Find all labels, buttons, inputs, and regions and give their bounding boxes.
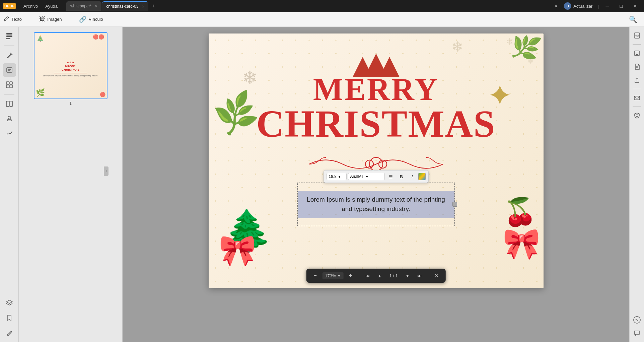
sidebar-annotate-btn[interactable]: [3, 49, 16, 62]
tab-whitepaper-close[interactable]: ✕: [95, 4, 97, 8]
right-sidebar: [629, 27, 644, 342]
zoom-in-button[interactable]: +: [345, 271, 355, 281]
sidebar-divider-2: [4, 94, 14, 94]
go-last-page-button[interactable]: ⏭: [415, 271, 425, 281]
align-button[interactable]: ☰: [386, 172, 396, 181]
chevron-down-icon: ▾: [555, 4, 557, 9]
save-image-button[interactable]: [631, 47, 643, 59]
imagen-tool[interactable]: 🖼 Imagen: [36, 14, 65, 25]
vinculo-icon: 🔗: [79, 16, 86, 23]
search-button[interactable]: 🔍: [629, 15, 637, 23]
tab-christmas-close[interactable]: ✕: [142, 5, 144, 8]
font-size-dropdown-icon[interactable]: ▼: [338, 175, 341, 179]
color-picker-button[interactable]: [418, 173, 426, 180]
minimize-button[interactable]: ─: [602, 0, 613, 12]
comments-button[interactable]: [631, 327, 643, 339]
bow-decoration-right: 🎀: [503, 226, 540, 261]
close-toolbar-button[interactable]: ✕: [432, 271, 442, 281]
sidebar-divider-1: [4, 46, 14, 46]
go-next-page-button[interactable]: ▼: [403, 271, 413, 281]
sidebar-bookmark-btn[interactable]: [3, 311, 16, 325]
page-number-display: 1 / 1: [386, 273, 400, 278]
ocr-button[interactable]: [631, 29, 643, 42]
right-divider-3: [633, 107, 641, 107]
ai-assistant-button[interactable]: [631, 314, 643, 326]
go-first-page-button[interactable]: ⏮: [362, 271, 372, 281]
text-box-content: Lorem Ipsum is simply dummy text of the …: [298, 191, 454, 218]
bottom-page-toolbar: − 173% ▼ + ⏮ ▲ 1 / 1 ▼ ⏭ ✕: [306, 269, 445, 283]
bold-button[interactable]: B: [397, 172, 406, 181]
font-size-select[interactable]: 18.8 ▼: [327, 173, 347, 180]
left-sidebar: [0, 27, 19, 342]
thumbnail-panel: 🎄 🔴🔴 ⛰⛰⛰ MERRY CHRISTMAS Lorem ipsum is …: [19, 27, 123, 342]
tab-add-button[interactable]: +: [149, 2, 157, 10]
svg-point-26: [636, 115, 638, 117]
font-name-select[interactable]: ArialMT ▼: [348, 173, 385, 180]
right-divider-1: [633, 44, 641, 45]
thumb-christmas: CHRISTMAS: [43, 68, 98, 72]
sidebar-organize-btn[interactable]: [3, 78, 16, 91]
sidebar-attachment-btn[interactable]: [3, 326, 16, 339]
zoom-display[interactable]: 173% ▼: [322, 272, 343, 279]
tabs-area: whitepaper* ✕ christmas-card-03 ✕ + ▾: [66, 1, 560, 11]
italic-button[interactable]: I: [408, 172, 417, 181]
svg-rect-4: [7, 68, 12, 72]
texto-tool[interactable]: 🖊 Texto: [0, 14, 25, 25]
titlebar: UPDF Archivo Ayuda whitepaper* ✕ christm…: [0, 0, 644, 12]
right-divider-2: [633, 89, 641, 89]
bow-decoration-left: 🎀: [219, 233, 256, 268]
svg-rect-14: [7, 120, 11, 121]
app-logo: UPDF: [3, 3, 16, 9]
zoom-out-button[interactable]: −: [310, 271, 320, 281]
italic-icon: I: [412, 174, 413, 179]
tab-whitepaper[interactable]: whitepaper* ✕: [66, 1, 101, 11]
sidebar-edit-text-btn[interactable]: [3, 63, 16, 77]
thumbnail-inner-1: 🎄 🔴🔴 ⛰⛰⛰ MERRY CHRISTMAS Lorem ipsum is …: [34, 33, 107, 98]
bold-icon: B: [400, 174, 403, 179]
maximize-button[interactable]: □: [616, 0, 627, 12]
menu-archivo[interactable]: Archivo: [20, 2, 41, 10]
save-pdf-button[interactable]: [631, 61, 643, 73]
svg-rect-12: [10, 101, 12, 107]
update-button[interactable]: U Actualizar: [561, 1, 595, 11]
thumbnail-page-1[interactable]: 🎄 🔴🔴 ⛰⛰⛰ MERRY CHRISTMAS Lorem ipsum is …: [24, 32, 117, 106]
merry-christmas-text: MERRY CHRISTMAS: [209, 74, 544, 142]
sidebar-edit-btn[interactable]: [3, 29, 16, 43]
canvas-area[interactable]: ❄ ❄ ❄ ❄ ✦ 🌿 🌲 🎀 🍒 🎀 🌿: [123, 27, 629, 342]
merry-word: MERRY: [209, 74, 544, 106]
panel-toggle-arrow[interactable]: ‹: [104, 166, 109, 176]
text-box-handle-right[interactable]: [452, 202, 457, 207]
menu-ayuda[interactable]: Ayuda: [42, 2, 61, 10]
share-button[interactable]: [631, 74, 643, 86]
toolbar-separator-2: [428, 272, 428, 279]
svg-rect-9: [6, 85, 9, 88]
svg-rect-7: [6, 82, 9, 84]
sidebar-stamp-btn[interactable]: [3, 112, 16, 125]
tab-christmas-card[interactable]: christmas-card-03 ✕: [102, 1, 148, 11]
snowflake-top-1: ❄: [451, 39, 463, 55]
svg-rect-0: [6, 33, 12, 35]
menu-bar: Archivo Ayuda: [20, 2, 61, 10]
vinculo-tool[interactable]: 🔗 Vínculo: [76, 14, 106, 25]
texto-label: Texto: [11, 17, 22, 22]
sidebar-layers-btn[interactable]: [3, 296, 16, 310]
dropdown-tabs-button[interactable]: ▾: [552, 2, 560, 10]
tab-whitepaper-label: whitepaper*: [70, 4, 91, 8]
toolbar-separator-1: [359, 272, 359, 279]
thumbnail-page-number: 1: [69, 101, 72, 106]
main-area: ‹ 🎄 🔴🔴 ⛰⛰⛰ MERRY CHRISTMAS Lorem ipsum i…: [0, 27, 644, 342]
zoom-dropdown-icon[interactable]: ▼: [338, 274, 341, 278]
vinculo-label: Vínculo: [88, 17, 103, 22]
thumbnail-frame-1: 🎄 🔴🔴 ⛰⛰⛰ MERRY CHRISTMAS Lorem ipsum is …: [34, 32, 108, 99]
go-prev-page-button[interactable]: ▲: [374, 271, 384, 281]
christmas-word: CHRISTMAS: [209, 106, 544, 142]
sidebar-compare-btn[interactable]: [3, 97, 16, 111]
security-button[interactable]: [631, 110, 643, 122]
update-label: Actualizar: [573, 4, 592, 9]
text-box[interactable]: Lorem Ipsum is simply dummy text of the …: [297, 183, 455, 226]
mail-button[interactable]: [631, 92, 643, 104]
sidebar-sign-btn[interactable]: [3, 127, 16, 140]
imagen-label: Imagen: [47, 17, 62, 22]
close-button[interactable]: ✕: [629, 0, 641, 12]
font-dropdown-icon[interactable]: ▼: [365, 175, 369, 179]
